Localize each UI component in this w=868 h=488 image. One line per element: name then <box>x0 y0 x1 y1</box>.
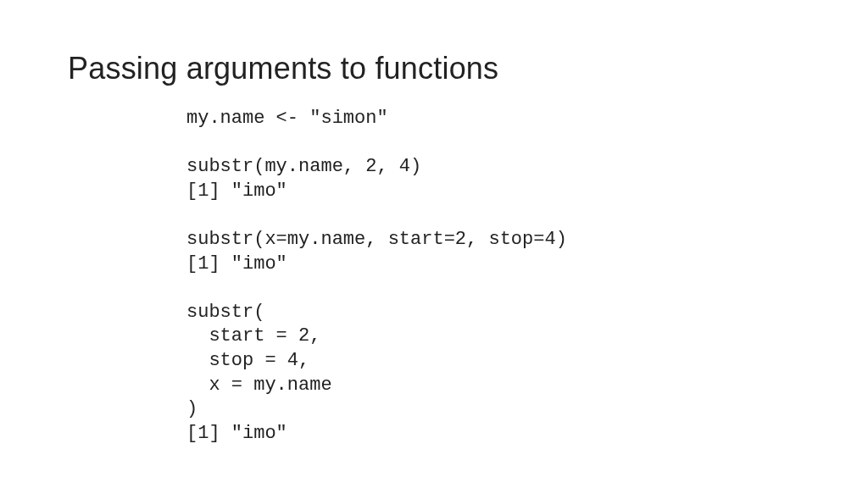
slide-content: Passing arguments to functions my.name <… <box>0 0 868 480</box>
slide-title: Passing arguments to functions <box>68 51 800 86</box>
code-block: my.name <- "simon" substr(my.name, 2, 4)… <box>186 107 800 446</box>
